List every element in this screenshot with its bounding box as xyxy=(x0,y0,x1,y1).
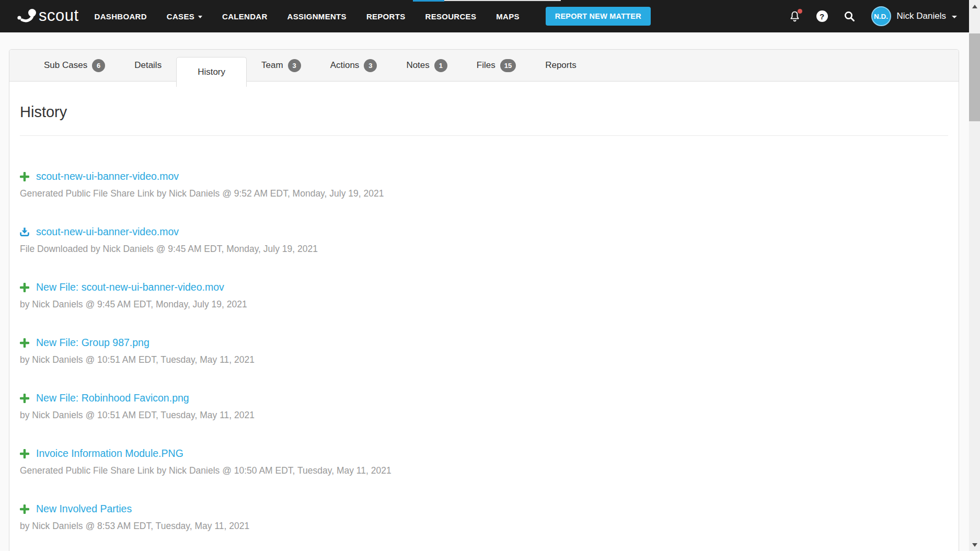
history-entry: New File: Group 987.png by Nick Daniels … xyxy=(20,337,948,365)
nav-item-label: ASSIGNMENTS xyxy=(287,12,347,21)
tab-label: Reports xyxy=(545,60,577,71)
help-icon[interactable]: ? xyxy=(816,10,828,22)
nav-item-cases[interactable]: CASES xyxy=(167,12,202,21)
history-entry-link[interactable]: scout-new-ui-banner-video.mov xyxy=(36,170,179,182)
tab-actions[interactable]: Actions 3 xyxy=(316,50,392,81)
tab-details[interactable]: Details xyxy=(120,50,176,81)
plus-icon xyxy=(20,394,29,403)
tab-label: Files xyxy=(477,60,495,71)
tab-history[interactable]: History xyxy=(176,57,247,87)
page-load-progress-filled xyxy=(413,0,444,2)
user-menu[interactable]: N.D. Nick Daniels xyxy=(871,6,957,26)
history-content: History scout-new-ui-banner-video.mov Ge… xyxy=(9,82,959,532)
scout-logo[interactable]: scout xyxy=(16,6,79,27)
history-entry-detail: File Downloaded by Nick Daniels @ 9:45 A… xyxy=(20,244,948,255)
case-tabs: Sub Cases 6 Details History Team 3 Actio… xyxy=(9,50,959,82)
scroll-down-arrow[interactable] xyxy=(969,539,980,550)
scout-swoosh-icon xyxy=(16,6,38,27)
search-icon[interactable] xyxy=(844,10,856,22)
nav-item-assignments[interactable]: ASSIGNMENTS xyxy=(287,12,347,21)
history-entry-link[interactable]: New File: Robinhood Favicon.png xyxy=(36,392,189,404)
history-entry: New File: Robinhood Favicon.png by Nick … xyxy=(20,392,948,421)
history-entry-detail: by Nick Daniels @ 9:45 AM EDT, Monday, J… xyxy=(20,299,948,310)
tab-badge: 1 xyxy=(434,59,447,72)
scroll-up-arrow[interactable] xyxy=(969,1,980,12)
history-entry-detail: Generated Public File Share Link by Nick… xyxy=(20,188,948,199)
nav-item-calendar[interactable]: CALENDAR xyxy=(222,12,268,21)
download-icon xyxy=(20,227,29,237)
tab-label: Sub Cases xyxy=(44,60,87,71)
history-entry: New File: scout-new-ui-banner-video.mov … xyxy=(20,281,948,310)
question-mark-glyph: ? xyxy=(816,10,828,22)
nav-item-dashboard[interactable]: DASHBOARD xyxy=(95,12,147,21)
tab-team[interactable]: Team 3 xyxy=(247,50,316,81)
history-entry-detail: by Nick Daniels @ 10:51 AM EDT, Tuesday,… xyxy=(20,354,948,365)
nav-item-resources[interactable]: RESOURCES xyxy=(425,12,477,21)
tab-label: Notes xyxy=(406,60,429,71)
history-entry: scout-new-ui-banner-video.mov Generated … xyxy=(20,170,948,199)
tab-badge: 6 xyxy=(92,59,105,72)
nav-item-label: CALENDAR xyxy=(222,12,268,21)
tab-badge: 15 xyxy=(500,59,516,72)
case-panel: Sub Cases 6 Details History Team 3 Actio… xyxy=(9,49,959,551)
triangle-down-icon xyxy=(972,543,977,547)
history-entry-link[interactable]: New File: scout-new-ui-banner-video.mov xyxy=(36,281,224,293)
scrollbar-thumb[interactable] xyxy=(969,33,980,121)
nav-item-label: RESOURCES xyxy=(425,12,477,21)
tab-label: Team xyxy=(261,60,283,71)
plus-icon xyxy=(20,504,29,514)
history-entry-link[interactable]: New File: Group 987.png xyxy=(36,337,149,349)
history-entry-link[interactable]: scout-new-ui-banner-video.mov xyxy=(36,226,179,238)
section-divider xyxy=(20,135,948,136)
report-new-matter-button[interactable]: REPORT NEW MATTER xyxy=(546,7,651,26)
notifications-bell-icon[interactable] xyxy=(789,10,801,22)
nav-item-label: REPORTS xyxy=(366,12,406,21)
nav-item-reports[interactable]: REPORTS xyxy=(366,12,406,21)
history-entry-detail: Generated Public File Share Link by Nick… xyxy=(20,465,948,476)
caret-down-icon xyxy=(198,16,202,18)
plus-icon xyxy=(20,449,29,458)
history-entry-link[interactable]: Invoice Information Module.PNG xyxy=(36,447,183,460)
nav-item-label: CASES xyxy=(167,12,194,21)
avatar: N.D. xyxy=(871,6,891,26)
logo-text: scout xyxy=(39,7,79,24)
plus-icon xyxy=(20,172,29,181)
nav-item-label: DASHBOARD xyxy=(95,12,147,21)
history-entry: scout-new-ui-banner-video.mov File Downl… xyxy=(20,226,948,255)
tab-label: Actions xyxy=(330,60,360,71)
plus-icon xyxy=(20,283,29,292)
history-entry-detail: by Nick Daniels @ 10:51 AM EDT, Tuesday,… xyxy=(20,410,948,421)
main-nav-menu: DASHBOARD CASES CALENDAR ASSIGNMENTS REP… xyxy=(95,12,520,21)
history-entry: New Involved Parties by Nick Daniels @ 8… xyxy=(20,503,948,532)
tab-reports[interactable]: Reports xyxy=(531,50,591,81)
triangle-up-icon xyxy=(972,5,977,8)
notification-alert-dot xyxy=(798,9,802,14)
nav-item-maps[interactable]: MAPS xyxy=(496,12,520,21)
tab-label: History xyxy=(198,67,225,77)
top-navbar: scout DASHBOARD CASES CALENDAR ASSIGNMEN… xyxy=(0,0,980,32)
page-title: History xyxy=(20,104,948,121)
tab-badge: 3 xyxy=(288,59,301,72)
navbar-right-group: ? N.D. Nick Daniels xyxy=(789,6,957,26)
nav-item-label: MAPS xyxy=(496,12,520,21)
tab-files[interactable]: Files 15 xyxy=(462,50,531,81)
page-load-progress-track xyxy=(444,0,561,1)
user-name: Nick Daniels xyxy=(897,11,946,21)
history-entry: Invoice Information Module.PNG Generated… xyxy=(20,447,948,476)
tab-badge: 3 xyxy=(364,59,377,72)
plus-icon xyxy=(20,338,29,348)
tab-sub-cases[interactable]: Sub Cases 6 xyxy=(29,50,120,81)
history-entry-link[interactable]: New Involved Parties xyxy=(36,503,132,515)
vertical-scrollbar[interactable] xyxy=(969,0,980,551)
tab-notes[interactable]: Notes 1 xyxy=(391,50,462,81)
tab-label: Details xyxy=(134,60,162,71)
history-entry-detail: by Nick Daniels @ 8:53 AM EDT, Tuesday, … xyxy=(20,521,948,532)
caret-down-icon xyxy=(952,16,957,18)
